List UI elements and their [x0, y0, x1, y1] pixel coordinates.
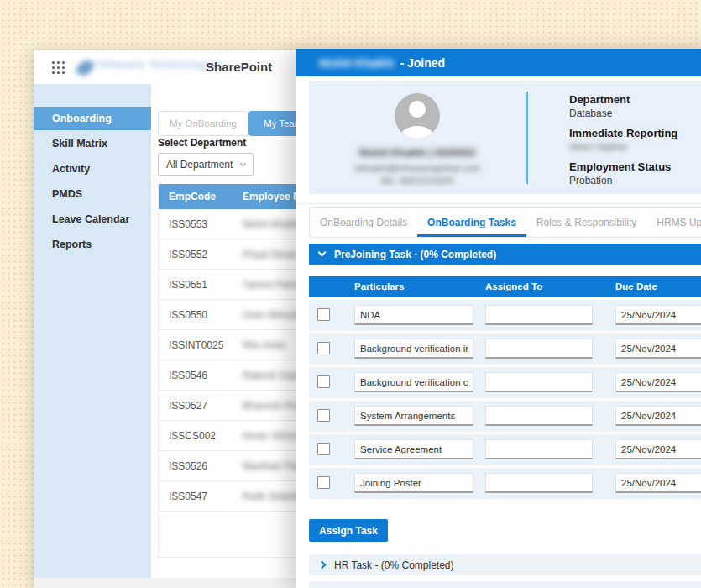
hr-section-title: HR Task - (0% Completed): [334, 559, 454, 571]
sidebar-item-skill-matrix[interactable]: Skill Matrix: [34, 132, 151, 155]
hr-task-section-header[interactable]: HR Task - (0% Completed): [309, 554, 701, 575]
assign-task-button[interactable]: Assign Task: [309, 519, 388, 542]
section-divider: [296, 203, 701, 204]
tab-onboarding-tasks[interactable]: OnBoarding Tasks: [417, 208, 526, 237]
panel-title-employee-name: Nishit Khakhi: [319, 56, 394, 70]
assigned-to-input[interactable]: [485, 406, 593, 426]
due-date-input[interactable]: [615, 305, 701, 325]
employment-status-label: Employment Status: [569, 160, 677, 173]
particulars-header: Particulars: [354, 281, 404, 291]
sidebar-item-activity[interactable]: Activity: [34, 157, 151, 181]
team-tab-group: My OnBoarding My Team: [158, 111, 317, 136]
due-date-input[interactable]: [615, 439, 701, 459]
profile-name-line: Nishit Khakhi | ISS0553: [309, 147, 526, 159]
profile-card: Nishit Khakhi | ISS0553 nkhakhi@infoware…: [309, 81, 701, 194]
panel-title-status: - Joined: [400, 56, 445, 70]
sidebar-item-pmds[interactable]: PMDS: [34, 182, 151, 206]
immediate-reporting-label: Immediate Reporting: [569, 127, 677, 139]
sidebar-item-reports[interactable]: Reports: [34, 233, 151, 256]
sidebar-item-onboarding[interactable]: Onboarding: [34, 107, 151, 130]
next-task-section-header[interactable]: [309, 581, 701, 588]
assigned-to-input[interactable]: [485, 439, 593, 459]
sharepoint-brand: SharePoint: [206, 60, 272, 74]
due-date-input[interactable]: [615, 406, 701, 426]
company-logo: Infoware Technologies: [76, 55, 201, 80]
employee-name-cell: Rutik Solanki: [243, 491, 301, 502]
avatar: [395, 93, 440, 139]
task-row: [309, 468, 701, 499]
sidebar-item-leave-calendar[interactable]: Leave Calendar: [34, 207, 151, 231]
due-date-header: Due Date: [615, 281, 657, 291]
prejoining-section-title: PreJoining Task - (0% Completed): [334, 249, 496, 260]
profile-email: nkhakhi@infowareglobal.com: [309, 163, 526, 173]
avatar-shoulders-icon: [400, 126, 434, 139]
employee-name-cell: Ritu Amin: [243, 339, 285, 351]
particulars-input[interactable]: [354, 439, 473, 459]
due-date-input[interactable]: [615, 339, 701, 359]
detail-tab-strip: OnBoarding Details OnBoarding Tasks Role…: [309, 207, 701, 238]
task-checkbox[interactable]: [317, 342, 330, 354]
assigned-to-input[interactable]: [485, 372, 593, 392]
due-date-input[interactable]: [615, 372, 701, 392]
employee-detail-panel: Nishit Khakhi - Joined Nishit Khakhi | I…: [296, 49, 701, 588]
empcode-cell: ISS0552: [169, 249, 207, 260]
empcode-cell: ISS0550: [169, 309, 207, 321]
task-table-header: Particulars Assigned To Due Date: [309, 276, 701, 297]
particulars-input[interactable]: [354, 473, 473, 493]
assigned-to-input[interactable]: [485, 339, 593, 359]
empcode-cell: ISS0551: [169, 279, 207, 291]
due-date-input[interactable]: [615, 473, 701, 493]
sidebar: Onboarding Skill Matrix Activity PMDS Le…: [34, 84, 151, 578]
task-row: [309, 401, 701, 432]
employee-name-cell: Priyal Desai: [243, 249, 296, 260]
task-row: [309, 367, 701, 398]
task-row: [309, 434, 701, 465]
empcode-cell: ISS0546: [169, 370, 207, 381]
particulars-input[interactable]: [354, 305, 473, 325]
task-checkbox[interactable]: [317, 308, 330, 321]
employment-status-value: Probation: [569, 175, 677, 186]
task-row: [309, 333, 701, 365]
app-window: Infoware Technologies SharePoint Onboard…: [34, 50, 701, 588]
prejoining-task-section-header[interactable]: PreJoining Task - (0% Completed): [309, 244, 701, 265]
tab-my-onboarding[interactable]: My OnBoarding: [158, 111, 248, 136]
empcode-cell: ISSINT0025: [169, 339, 223, 351]
empcode-cell: ISSCS002: [169, 430, 216, 442]
immediate-reporting-value: Hiren Vadher: [569, 141, 677, 153]
tab-roles-responsibility[interactable]: Roles & Responsibility: [526, 208, 646, 237]
task-checkbox[interactable]: [317, 476, 330, 489]
task-row: [309, 300, 701, 331]
logo-text: Infoware Technologies: [97, 59, 223, 71]
vertical-divider: [526, 92, 528, 184]
employee-name-cell: Imran Vohra: [243, 430, 297, 442]
page-background: Infoware Technologies SharePoint Onboard…: [0, 0, 701, 588]
task-checkbox[interactable]: [317, 375, 330, 388]
department-value: Database: [569, 108, 677, 119]
logo-swoosh-icon: [76, 58, 95, 78]
employee-name-cell: Nishit Khakhi: [243, 218, 301, 230]
assigned-to-input[interactable]: [485, 305, 593, 325]
select-department-label: Select Department: [158, 137, 246, 149]
profile-fields: Department Database Immediate Reporting …: [569, 93, 677, 194]
panel-title-bar: Nishit Khakhi - Joined: [296, 49, 701, 76]
app-launcher-icon[interactable]: [52, 61, 65, 74]
assigned-to-input[interactable]: [485, 473, 593, 493]
department-dropdown[interactable]: All Department: [158, 153, 254, 176]
chevron-right-icon: [318, 561, 327, 570]
department-dropdown-value: All Department: [166, 159, 233, 171]
particulars-input[interactable]: [354, 406, 473, 426]
tab-onboarding-details[interactable]: OnBoarding Details: [310, 208, 417, 237]
chevron-down-icon: [240, 160, 246, 166]
tab-hrms-update[interactable]: HRMS Update: [646, 208, 701, 237]
profile-mobile: Mo. 8401510929: [309, 176, 526, 186]
particulars-input[interactable]: [354, 372, 473, 392]
task-checkbox[interactable]: [317, 443, 330, 455]
particulars-input[interactable]: [354, 339, 473, 359]
avatar-person-icon: [409, 101, 426, 118]
employee-name-cell: Uren Almoula: [243, 309, 303, 321]
task-checkbox[interactable]: [317, 409, 330, 422]
assigned-to-header: Assigned To: [485, 281, 542, 291]
chevron-down-icon: [318, 249, 327, 257]
empcode-cell: ISS0526: [169, 460, 207, 472]
department-label: Department: [569, 93, 677, 106]
